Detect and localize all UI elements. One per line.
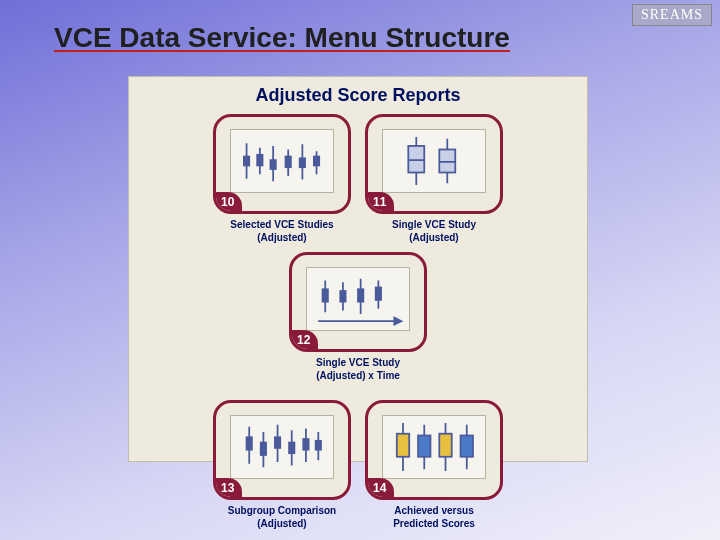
thumb-icon-selected-studies xyxy=(230,129,334,193)
caption-line1: Single VCE Study xyxy=(392,219,476,230)
svg-rect-37 xyxy=(303,439,308,450)
card-12: 12 Single VCE Study (Adjusted) x Time xyxy=(289,252,427,382)
caption-line2: Predicted Scores xyxy=(393,518,475,529)
card-caption: Single VCE Study (Adjusted) x Time xyxy=(289,352,427,382)
svg-rect-3 xyxy=(257,155,262,166)
svg-rect-47 xyxy=(461,435,473,456)
svg-rect-25 xyxy=(376,287,381,299)
thumb-frame[interactable]: 13 xyxy=(213,400,351,500)
cards-row-2: 13 Subgroup Comparison (Adjusted) xyxy=(129,396,587,534)
caption-line2: (Adjusted) xyxy=(257,518,306,529)
thumb-icon-time-series xyxy=(306,267,410,331)
cards-row-1: 10 Selected VCE Studies (Adjusted) xyxy=(129,110,587,386)
card-11: 11 Single VCE Study (Adjusted) xyxy=(365,114,503,244)
card-caption: Subgroup Comparison (Adjusted) xyxy=(213,500,351,530)
svg-rect-9 xyxy=(300,158,305,167)
svg-rect-21 xyxy=(340,291,345,302)
svg-rect-1 xyxy=(244,157,249,166)
svg-rect-41 xyxy=(397,434,409,457)
svg-marker-27 xyxy=(394,318,401,325)
thumb-icon-single-study xyxy=(382,129,486,193)
panel-title: Adjusted Score Reports xyxy=(129,77,587,110)
svg-rect-31 xyxy=(261,443,266,455)
card-14: 14 Achieved versus Predicted Scores xyxy=(365,400,503,530)
caption-line1: Single VCE Study xyxy=(316,357,400,368)
slide-title: VCE Data Service: Menu Structure xyxy=(54,22,510,54)
svg-rect-39 xyxy=(316,441,321,450)
report-panel: Adjusted Score Reports xyxy=(128,76,588,462)
thumb-icon-subgroup xyxy=(230,415,334,479)
badge-number: 10 xyxy=(214,192,242,213)
caption-line2: (Adjusted) xyxy=(257,232,306,243)
svg-rect-5 xyxy=(270,160,275,169)
card-caption: Achieved versus Predicted Scores xyxy=(365,500,503,530)
svg-rect-23 xyxy=(358,289,363,301)
svg-rect-19 xyxy=(323,289,328,301)
thumb-frame[interactable]: 10 xyxy=(213,114,351,214)
svg-rect-29 xyxy=(247,437,252,449)
thumb-icon-achieved-predicted xyxy=(382,415,486,479)
caption-line2: (Adjusted) x Time xyxy=(316,370,400,381)
svg-rect-33 xyxy=(275,437,280,448)
brand-badge: SREAMS xyxy=(632,4,712,26)
caption-line2: (Adjusted) xyxy=(409,232,458,243)
svg-rect-45 xyxy=(439,434,451,457)
svg-rect-7 xyxy=(286,157,291,168)
caption-line1: Subgroup Comparison xyxy=(228,505,336,516)
thumb-frame[interactable]: 12 xyxy=(289,252,427,352)
card-10: 10 Selected VCE Studies (Adjusted) xyxy=(213,114,351,244)
svg-rect-35 xyxy=(289,443,294,454)
card-13: 13 Subgroup Comparison (Adjusted) xyxy=(213,400,351,530)
caption-line1: Achieved versus xyxy=(394,505,474,516)
card-caption: Selected VCE Studies (Adjusted) xyxy=(213,214,351,244)
caption-line1: Selected VCE Studies xyxy=(230,219,333,230)
thumb-frame[interactable]: 14 xyxy=(365,400,503,500)
badge-number: 14 xyxy=(366,478,394,499)
thumb-frame[interactable]: 11 xyxy=(365,114,503,214)
svg-rect-43 xyxy=(418,435,430,456)
badge-number: 13 xyxy=(214,478,242,499)
badge-number: 11 xyxy=(366,192,394,213)
badge-number: 12 xyxy=(290,330,318,351)
card-caption: Single VCE Study (Adjusted) xyxy=(365,214,503,244)
svg-rect-11 xyxy=(314,157,319,166)
